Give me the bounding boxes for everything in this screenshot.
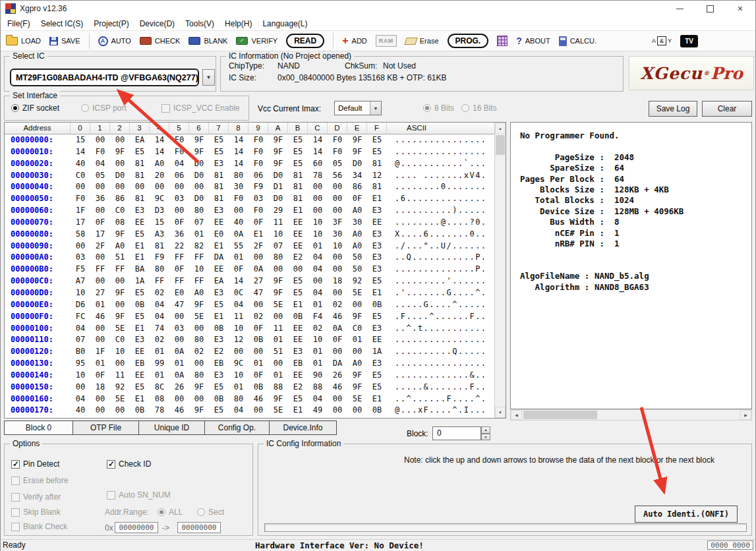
hex-byte-cell[interactable]: A0 <box>347 241 367 252</box>
hex-byte-cell[interactable]: A0 <box>347 358 367 370</box>
hex-byte-cell[interactable]: E3 <box>367 205 387 217</box>
hex-byte-cell[interactable]: 47 <box>248 287 268 299</box>
hex-byte-cell[interactable]: 14 <box>308 146 328 158</box>
hex-byte-cell[interactable]: 9F <box>347 146 367 158</box>
hex-byte-cell[interactable]: 81 <box>130 158 150 170</box>
hex-byte-cell[interactable]: F0 <box>248 158 268 170</box>
hex-byte-cell[interactable]: 04 <box>71 393 90 405</box>
hex-byte-cell[interactable]: 14 <box>150 146 169 158</box>
hex-byte-cell[interactable]: 05 <box>90 170 110 182</box>
hex-byte-cell[interactable]: 17 <box>90 229 110 241</box>
hex-byte-cell[interactable]: E3 <box>367 252 387 264</box>
save-log-button[interactable]: Save Log <box>649 101 697 117</box>
hex-byte-cell[interactable]: 10 <box>71 287 90 299</box>
hex-byte-cell[interactable]: 10 <box>229 370 248 382</box>
hex-byte-cell[interactable]: 01 <box>150 370 169 382</box>
hex-byte-cell[interactable]: C0 <box>71 170 90 182</box>
hex-byte-cell[interactable]: 51 <box>110 252 130 264</box>
hex-byte-cell[interactable]: 00 <box>110 405 130 417</box>
addr-range-from-field[interactable]: 00000000 <box>115 522 158 533</box>
hex-byte-cell[interactable]: 04 <box>308 252 328 264</box>
hex-byte-cell[interactable]: 8C <box>150 382 169 393</box>
hex-byte-cell[interactable]: 04 <box>308 393 328 405</box>
hex-byte-cell[interactable]: 00 <box>268 311 288 323</box>
hex-byte-cell[interactable]: EE <box>367 334 387 346</box>
hex-byte-cell[interactable]: 0A <box>229 229 248 241</box>
hex-byte-cell[interactable]: F9 <box>150 252 169 264</box>
hex-byte-cell[interactable]: 78 <box>308 170 328 182</box>
hex-byte-cell[interactable]: 5E <box>268 405 288 417</box>
hex-byte-cell[interactable]: D0 <box>189 193 209 205</box>
hex-byte-cell[interactable]: E5 <box>209 405 229 417</box>
hex-byte-cell[interactable]: 0A <box>169 346 189 358</box>
hex-byte-cell[interactable]: 9F <box>189 405 209 417</box>
hex-byte-cell[interactable]: 00 <box>169 181 189 193</box>
hex-byte-cell[interactable]: 00 <box>110 158 130 170</box>
hex-byte-cell[interactable]: EE <box>288 217 308 229</box>
hex-byte-cell[interactable]: 0B <box>209 393 229 405</box>
hex-byte-cell[interactable]: D3 <box>150 205 169 217</box>
hex-byte-cell[interactable]: E2 <box>288 252 308 264</box>
hex-byte-cell[interactable]: 80 <box>229 393 248 405</box>
hex-byte-cell[interactable]: F0 <box>169 146 189 158</box>
menu-item-1[interactable]: Select IC(S) <box>36 17 89 30</box>
scrollbar-thumb[interactable] <box>523 411 597 419</box>
hex-byte-cell[interactable]: 86 <box>110 193 130 205</box>
hex-byte-cell[interactable]: 46 <box>328 311 347 323</box>
menu-item-4[interactable]: Tools(V) <box>180 17 219 30</box>
hex-byte-cell[interactable]: 9F <box>110 146 130 158</box>
hex-byte-cell[interactable]: 00 <box>268 264 288 276</box>
hex-byte-cell[interactable]: 08 <box>110 217 130 229</box>
hex-byte-cell[interactable]: 14 <box>308 134 328 146</box>
tab-config-op-[interactable]: Config Op. <box>205 420 270 435</box>
hex-byte-cell[interactable]: 9F <box>268 287 288 299</box>
hex-byte-cell[interactable]: EE <box>209 264 229 276</box>
hex-byte-cell[interactable]: 46 <box>248 393 268 405</box>
hex-byte-cell[interactable]: 0B <box>248 382 268 393</box>
hex-byte-cell[interactable]: 01 <box>308 299 328 311</box>
hex-byte-cell[interactable]: 81 <box>130 170 150 182</box>
hex-byte-cell[interactable]: 50 <box>347 252 367 264</box>
hex-byte-cell[interactable]: 10 <box>71 370 90 382</box>
hex-byte-cell[interactable]: 1F <box>71 205 90 217</box>
hex-byte-cell[interactable]: F0 <box>71 193 90 205</box>
hex-byte-cell[interactable]: 0A <box>169 370 189 382</box>
hex-byte-cell[interactable]: 10 <box>229 323 248 335</box>
ram-button[interactable]: RAM <box>376 35 397 47</box>
hex-byte-cell[interactable]: 80 <box>150 264 169 276</box>
hex-byte-cell[interactable]: E1 <box>209 241 229 252</box>
hex-byte-cell[interactable]: 03 <box>248 193 268 205</box>
hex-byte-cell[interactable]: D0 <box>189 170 209 182</box>
hex-byte-cell[interactable]: 01 <box>90 358 110 370</box>
hex-byte-cell[interactable]: 95 <box>71 358 90 370</box>
hex-byte-cell[interactable]: EB <box>209 358 229 370</box>
hex-byte-cell[interactable]: 04 <box>169 158 189 170</box>
hex-byte-cell[interactable]: 30 <box>229 181 248 193</box>
hex-byte-cell[interactable]: 81 <box>367 181 387 193</box>
hex-byte-cell[interactable]: 11 <box>229 311 248 323</box>
chip-grid-button[interactable] <box>497 36 508 46</box>
hex-byte-cell[interactable]: 46 <box>169 405 189 417</box>
hex-byte-cell[interactable]: 9F <box>110 229 130 241</box>
hex-byte-cell[interactable]: 00 <box>90 334 110 346</box>
hex-byte-cell[interactable]: 18 <box>90 382 110 393</box>
hex-byte-cell[interactable]: 80 <box>189 334 209 346</box>
hex-byte-cell[interactable]: 74 <box>150 323 169 335</box>
hex-byte-cell[interactable]: 1A <box>367 346 387 358</box>
hex-byte-cell[interactable]: E3 <box>209 370 229 382</box>
hex-byte-cell[interactable]: B0 <box>71 346 90 358</box>
hex-byte-cell[interactable]: 01 <box>229 252 248 264</box>
hex-byte-cell[interactable]: EA <box>209 276 229 287</box>
hex-byte-cell[interactable]: 9F <box>110 311 130 323</box>
hex-byte-cell[interactable]: E5 <box>130 287 150 299</box>
hex-byte-cell[interactable]: E3 <box>130 334 150 346</box>
hex-byte-cell[interactable]: 04 <box>229 299 248 311</box>
hex-vertical-scrollbar[interactable]: ▲ ▼ <box>494 123 506 418</box>
hex-byte-cell[interactable]: 00 <box>229 205 248 217</box>
hex-byte-cell[interactable]: F4 <box>308 311 328 323</box>
hex-byte-cell[interactable]: 00 <box>328 393 347 405</box>
hex-byte-cell[interactable]: 00 <box>328 405 347 417</box>
block-number-field[interactable]: 0 <box>432 426 481 440</box>
hex-byte-cell[interactable]: 14 <box>229 158 248 170</box>
hex-byte-cell[interactable]: 01 <box>308 241 328 252</box>
